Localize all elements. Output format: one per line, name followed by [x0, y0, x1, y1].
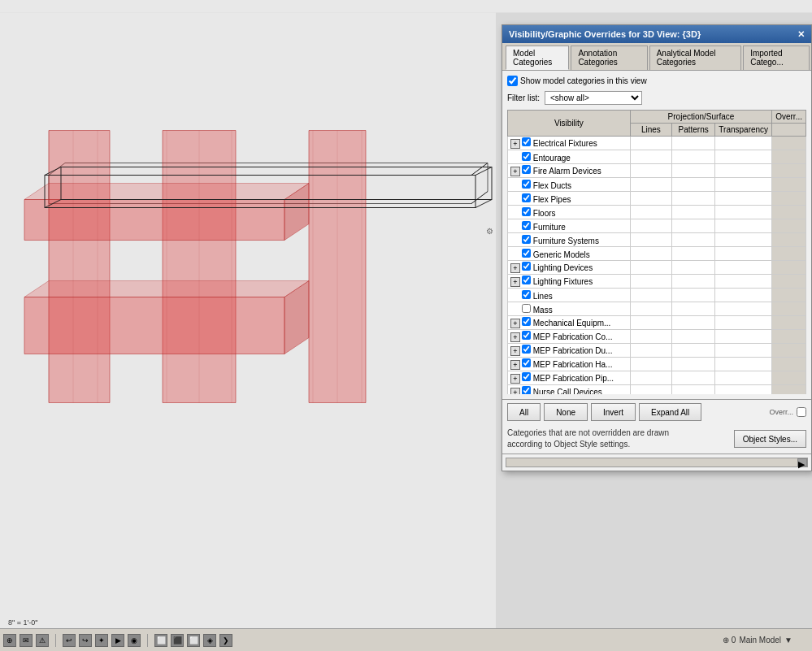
cell-lines[interactable]: [630, 247, 671, 261]
cell-lines[interactable]: [630, 385, 671, 395]
cell-lines[interactable]: [630, 302, 671, 316]
cell-lines[interactable]: [630, 206, 671, 219]
expand-button[interactable]: +: [510, 388, 520, 394]
cell-patterns[interactable]: [672, 247, 715, 261]
row-checkbox[interactable]: [522, 290, 531, 299]
cell-patterns[interactable]: [672, 371, 715, 385]
cell-lines[interactable]: [630, 137, 671, 150]
row-checkbox[interactable]: [522, 304, 531, 313]
invert-button[interactable]: Invert: [591, 403, 636, 421]
row-checkbox[interactable]: [522, 193, 531, 202]
row-checkbox[interactable]: [522, 317, 531, 326]
cell-patterns[interactable]: [672, 206, 715, 219]
dropdown-arrow[interactable]: ▼: [784, 636, 792, 644]
cell-transparency[interactable]: [715, 289, 772, 302]
table-row[interactable]: + Electrical Fixtures: [508, 137, 806, 150]
expand-button[interactable]: +: [510, 346, 520, 356]
table-row[interactable]: Furniture: [508, 219, 806, 233]
none-button[interactable]: None: [544, 403, 588, 421]
table-row[interactable]: + Nurse Call Devices: [508, 385, 806, 395]
object-styles-button[interactable]: Object Styles...: [734, 430, 806, 448]
scroll-right-btn[interactable]: ▶: [797, 458, 807, 467]
table-row[interactable]: Floors: [508, 206, 806, 219]
expand-button[interactable]: +: [510, 332, 520, 342]
cell-lines[interactable]: [630, 178, 671, 192]
cell-patterns[interactable]: [672, 261, 715, 275]
cell-patterns[interactable]: [672, 192, 715, 206]
table-row[interactable]: + MEP Fabrication Co...: [508, 330, 806, 344]
table-scroll-area[interactable]: Visibility Projection/Surface Overr... L…: [507, 110, 806, 394]
cell-lines[interactable]: [630, 275, 671, 289]
table-row[interactable]: + Fire Alarm Devices: [508, 164, 806, 178]
cell-lines[interactable]: [630, 371, 671, 385]
row-checkbox[interactable]: [522, 137, 531, 146]
cell-lines[interactable]: [630, 219, 671, 233]
row-checkbox[interactable]: [522, 235, 531, 244]
cell-patterns[interactable]: [672, 178, 715, 192]
row-checkbox[interactable]: [522, 372, 531, 381]
cell-patterns[interactable]: [672, 137, 715, 150]
cell-patterns[interactable]: [672, 164, 715, 178]
cell-patterns[interactable]: [672, 358, 715, 371]
cell-transparency[interactable]: [715, 316, 772, 330]
cell-transparency[interactable]: [715, 358, 772, 371]
cell-transparency[interactable]: [715, 192, 772, 206]
table-row[interactable]: Generic Models: [508, 247, 806, 261]
table-row[interactable]: + MEP Fabrication Pip...: [508, 371, 806, 385]
cell-transparency[interactable]: [715, 233, 772, 247]
table-row[interactable]: + MEP Fabrication Du...: [508, 344, 806, 358]
cell-lines[interactable]: [630, 164, 671, 178]
row-checkbox[interactable]: [522, 331, 531, 340]
expand-button[interactable]: +: [510, 374, 520, 384]
cell-patterns[interactable]: [672, 219, 715, 233]
cell-patterns[interactable]: [672, 275, 715, 289]
cell-transparency[interactable]: [715, 330, 772, 344]
cell-lines[interactable]: [630, 316, 671, 330]
cell-lines[interactable]: [630, 289, 671, 302]
cell-patterns[interactable]: [672, 302, 715, 316]
cell-transparency[interactable]: [715, 371, 772, 385]
cell-transparency[interactable]: [715, 219, 772, 233]
row-checkbox[interactable]: [522, 276, 531, 284]
cell-lines[interactable]: [630, 344, 671, 358]
filter-select[interactable]: <show all> Architecture Structure Mechan…: [545, 91, 642, 105]
row-checkbox[interactable]: [522, 180, 531, 189]
cell-patterns[interactable]: [672, 316, 715, 330]
close-icon[interactable]: ✕: [797, 29, 805, 40]
cell-transparency[interactable]: [715, 178, 772, 192]
table-row[interactable]: + Mechanical Equipm...: [508, 316, 806, 330]
cell-lines[interactable]: [630, 150, 671, 164]
table-row[interactable]: + Lighting Devices: [508, 261, 806, 275]
tab-annotation-categories[interactable]: Annotation Categories: [571, 46, 647, 70]
table-row[interactable]: + MEP Fabrication Ha...: [508, 358, 806, 371]
row-checkbox[interactable]: [522, 358, 531, 367]
cell-transparency[interactable]: [715, 344, 772, 358]
cell-transparency[interactable]: [715, 150, 772, 164]
cell-lines[interactable]: [630, 192, 671, 206]
table-row[interactable]: Flex Pipes: [508, 192, 806, 206]
cell-patterns[interactable]: [672, 233, 715, 247]
expand-button[interactable]: +: [510, 360, 520, 370]
row-checkbox[interactable]: [522, 207, 531, 216]
cell-transparency[interactable]: [715, 164, 772, 178]
dialog-titlebar[interactable]: Visibility/Graphic Overrides for 3D View…: [502, 25, 811, 43]
cell-patterns[interactable]: [672, 150, 715, 164]
cell-transparency[interactable]: [715, 247, 772, 261]
expand-button[interactable]: +: [510, 263, 520, 273]
cell-transparency[interactable]: [715, 275, 772, 289]
overrides-checkbox[interactable]: [797, 407, 806, 417]
cell-transparency[interactable]: [715, 261, 772, 275]
cell-patterns[interactable]: [672, 385, 715, 395]
expand-button[interactable]: +: [510, 319, 520, 328]
table-row[interactable]: + Lighting Fixtures: [508, 275, 806, 289]
tab-analytical-model[interactable]: Analytical Model Categories: [649, 46, 742, 70]
cell-transparency[interactable]: [715, 385, 772, 395]
table-row[interactable]: Entourage: [508, 150, 806, 164]
expand-all-button[interactable]: Expand All: [639, 403, 701, 421]
all-button[interactable]: All: [507, 403, 541, 421]
expand-button[interactable]: +: [510, 167, 520, 176]
row-checkbox[interactable]: [522, 221, 531, 230]
cell-patterns[interactable]: [672, 344, 715, 358]
table-row[interactable]: Mass: [508, 302, 806, 316]
table-row[interactable]: Lines: [508, 289, 806, 302]
